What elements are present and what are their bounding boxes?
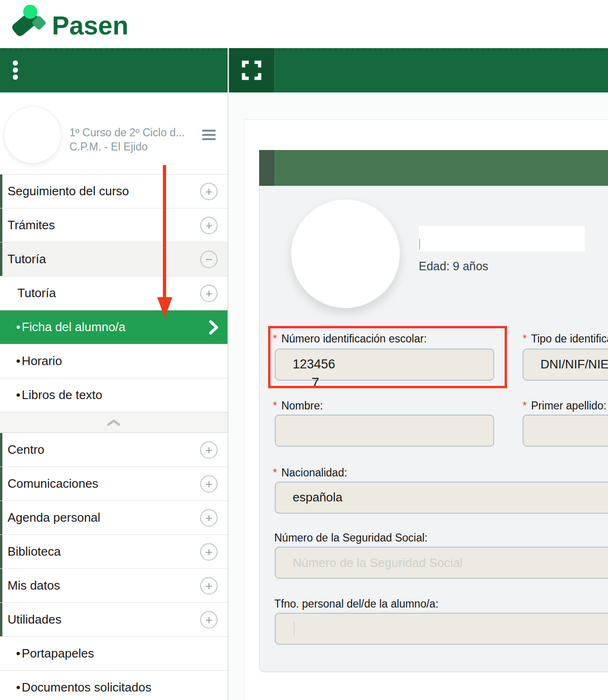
last-name-label: *Primer apellido: [523, 400, 607, 412]
phone-label: Tfno. personal del/de la alumno/a: [274, 598, 439, 610]
chevron-up-icon [107, 419, 121, 426]
sidebar-item-label: Horario [22, 354, 62, 368]
sidebar-item-label: Seguimiento del curso [8, 184, 129, 199]
sidebar-item-horario[interactable]: • Horario [0, 344, 228, 378]
sidebar-item-label: Utilidades [8, 612, 61, 627]
annotation-arrow-line [163, 165, 166, 299]
sidebar-item-label: Agenda personal [8, 510, 101, 525]
hamburger-menu-icon[interactable] [202, 130, 216, 140]
plus-circle-icon[interactable]: + [200, 509, 218, 526]
sidebar-item-comunicaciones[interactable]: Comunicaciones + [0, 467, 228, 501]
content-header-bar [229, 48, 608, 92]
fullscreen-icon [241, 60, 262, 81]
banner-accent-strip [259, 150, 274, 186]
first-name-label: *Nombre: [273, 400, 323, 412]
plus-circle-icon[interactable]: + [200, 611, 218, 628]
required-marker: * [273, 333, 277, 345]
ssn-placeholder: Número de la Seguridad Social [276, 548, 608, 570]
sidebar-item-label: Biblioteca [8, 544, 61, 559]
sidebar-header-bar [0, 48, 228, 92]
student-photo [291, 200, 400, 308]
text-cursor [419, 239, 420, 250]
nationality-label: *Nacionalidad: [273, 467, 347, 479]
student-form-panel: Edad: 9 años *Número identificación esco… [259, 186, 608, 672]
sidebar-item-centro[interactable]: Centro + [0, 433, 228, 467]
required-marker: * [273, 467, 277, 479]
brand-name: Pasen [52, 10, 128, 41]
plus-circle-icon[interactable]: + [200, 577, 218, 594]
section-banner [259, 150, 608, 186]
menu-collapse-toggle[interactable] [0, 412, 228, 433]
plus-circle-icon[interactable]: + [200, 441, 218, 458]
profile-course: 1º Curso de 2º Ciclo d... [69, 125, 196, 140]
annotation-arrow-head [157, 297, 172, 318]
sidebar-item-tutoria[interactable]: Tutoría − [0, 242, 228, 276]
sidebar-menu: Seguimiento del curso + Trámites + Tutor… [0, 175, 228, 700]
student-name-redacted [419, 226, 585, 251]
profile-course-school: 1º Curso de 2º Ciclo d... C.P.M. - El Ej… [69, 125, 196, 154]
sidebar-item-label: Mis datos [8, 578, 60, 593]
ssn-input[interactable]: Número de la Seguridad Social [275, 547, 608, 579]
id-type-label: *Tipo de identificación: [523, 333, 608, 345]
logo-circle-shape [23, 5, 37, 19]
profile-school: C.P.M. - El Ejido [69, 140, 196, 154]
school-id-input[interactable]: 123456 7 [275, 349, 494, 381]
pasen-app: Pasen 1º Curso de 2º Ciclo d... C.P.M. -… [0, 0, 608, 700]
student-age: Edad: 9 años [419, 259, 488, 273]
sidebar-item-libros-de-texto[interactable]: • Libros de texto [0, 378, 228, 412]
sidebar-item-utilidades[interactable]: Utilidades + [0, 603, 228, 637]
sidebar-item-agenda-personal[interactable]: Agenda personal + [0, 501, 228, 535]
sidebar-item-seguimiento-del-curso[interactable]: Seguimiento del curso + [0, 175, 228, 208]
school-id-label: *Número identificación escolar: [273, 333, 427, 345]
plus-circle-icon[interactable]: + [200, 475, 218, 492]
fullscreen-button[interactable] [229, 48, 275, 92]
sidebar-item-mis-datos[interactable]: Mis datos + [0, 569, 228, 603]
sidebar-item-biblioteca[interactable]: Biblioteca + [0, 535, 228, 569]
nationality-input[interactable]: española [275, 482, 608, 514]
plus-circle-icon[interactable]: + [200, 543, 218, 560]
sidebar-item-label: Comunicaciones [8, 476, 98, 491]
required-marker: * [523, 333, 527, 345]
profile-section: 1º Curso de 2º Ciclo d... C.P.M. - El Ej… [0, 92, 228, 175]
student-card: Edad: 9 años *Número identificación esco… [244, 119, 608, 700]
avatar [4, 106, 61, 164]
sidebar-item-documentos-solicitados[interactable]: • Documentos solicitados [0, 671, 228, 700]
main-content: Edad: 9 años *Número identificación esco… [229, 48, 608, 700]
ssn-label: Número de la Seguridad Social: [274, 532, 428, 544]
kebab-menu-icon[interactable] [13, 60, 18, 80]
sidebar-item-label: Libros de texto [22, 388, 102, 402]
sidebar-item-label: Tutoría [17, 286, 56, 300]
nationality-value: española [276, 483, 608, 505]
required-marker: * [273, 400, 277, 412]
sidebar-item-label: Ficha del alumno/a [22, 320, 126, 334]
sidebar-item-label: Centro [8, 442, 44, 457]
plus-circle-icon[interactable]: + [200, 284, 218, 302]
bullet-icon: • [16, 680, 20, 695]
sidebar-item-portapapeles[interactable]: • Portapapeles [0, 637, 228, 671]
last-name-input[interactable] [523, 415, 608, 447]
logo-bar: Pasen [0, 0, 608, 48]
bullet-icon: • [16, 354, 20, 368]
bullet-icon: • [16, 320, 20, 334]
sidebar-subitem-tutoria[interactable]: Tutoría + [0, 276, 228, 310]
plus-circle-icon[interactable]: + [200, 217, 218, 234]
sidebar-item-label: Tutoría [8, 252, 46, 267]
school-id-value: 123456 [276, 350, 493, 372]
id-type-input[interactable]: DNI/NIF/NIE [523, 349, 608, 381]
sidebar-item-ficha-del-alumno[interactable]: • Ficha del alumno/a [0, 310, 228, 344]
id-type-value: DNI/NIF/NIE [524, 350, 608, 372]
pasen-logo-icon [10, 2, 53, 45]
student-data-fieldset: Edad: 9 años *Número identificación esco… [259, 150, 608, 672]
bullet-icon: • [16, 388, 20, 402]
sidebar-item-label: Trámites [8, 218, 55, 233]
minus-circle-icon[interactable]: − [200, 250, 218, 268]
banner-fill [274, 150, 608, 186]
sidebar-item-label: Documentos solicitados [22, 680, 152, 695]
sidebar-item-tramites[interactable]: Trámites + [0, 208, 228, 242]
school-id-value-overflow: 7 [312, 375, 319, 391]
plus-circle-icon[interactable]: + [200, 183, 218, 200]
text-cursor [294, 622, 295, 636]
sidebar: 1º Curso de 2º Ciclo d... C.P.M. - El Ej… [0, 48, 228, 700]
first-name-input[interactable] [275, 415, 494, 447]
phone-input[interactable] [275, 613, 608, 645]
